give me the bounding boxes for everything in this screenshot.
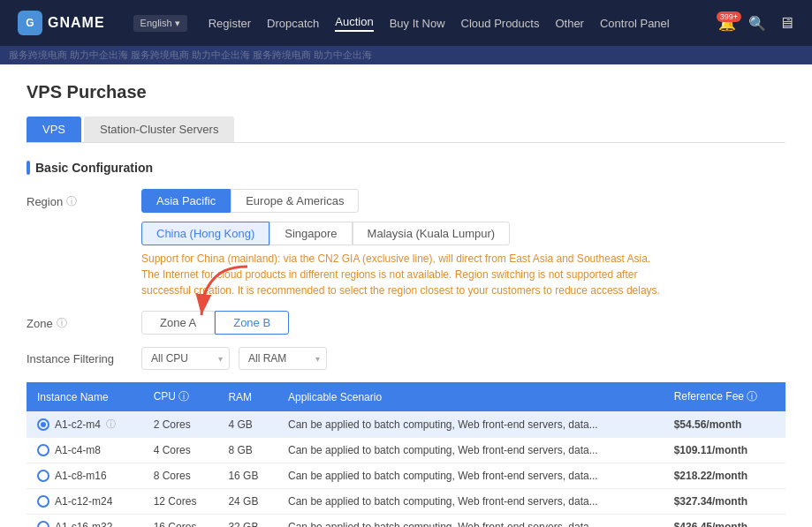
col-ram: RAM <box>217 382 277 411</box>
logo: G GNAME <box>18 11 105 35</box>
chevron-down-icon: ▾ <box>175 18 180 29</box>
zone-tabs-wrap: Zone A Zone B <box>141 311 289 335</box>
section-header: Basic Configuration <box>27 161 785 175</box>
page-title: VPS Purchase <box>27 82 785 102</box>
section-bar-icon <box>27 161 30 175</box>
cell-price: $436.45/month <box>664 515 785 528</box>
instance-table: Instance Name CPU ⓘ RAM Applicable Scena… <box>27 382 785 527</box>
basic-config-section: Basic Configuration Region ⓘ Asia Pacifi… <box>27 161 785 527</box>
cell-ram: 8 GB <box>217 438 277 463</box>
main-content: VPS Purchase VPS Station-Cluster Servers… <box>0 64 812 527</box>
notification-button[interactable]: 🔔 399+ <box>718 15 736 32</box>
logo-icon: G <box>18 11 42 35</box>
notification-badge: 399+ <box>717 11 741 22</box>
monitor-button[interactable]: 🖥 <box>778 14 794 33</box>
table-row[interactable]: A1-c8-m16 8 Cores 16 GB Can be applied t… <box>27 463 785 489</box>
cell-name: A1-c12-m24 <box>27 489 143 515</box>
nav-menu: Register Dropcatch Auction Buy It Now Cl… <box>209 15 697 32</box>
nav-item-dropcatch[interactable]: Dropcatch <box>267 17 319 30</box>
region-info-icon[interactable]: ⓘ <box>66 194 77 209</box>
page-tabs: VPS Station-Cluster Servers <box>27 117 785 143</box>
cell-price: $327.34/month <box>664 489 785 515</box>
table-row[interactable]: A1-c12-m24 12 Cores 24 GB Can be applied… <box>27 489 785 515</box>
sub-region-hongkong[interactable]: China (Hong Kong) <box>141 222 269 245</box>
language-selector[interactable]: English ▾ <box>133 15 187 32</box>
cell-ram: 32 GB <box>217 515 277 528</box>
radio-button[interactable] <box>37 495 49 508</box>
logo-text: GNAME <box>48 15 105 31</box>
cell-scenario: Can be applied to batch computing, Web f… <box>277 515 664 528</box>
cpu-filter[interactable]: All CPU <box>141 347 230 370</box>
cell-cpu: 8 Cores <box>143 463 218 489</box>
cell-price: $218.22/month <box>664 463 785 489</box>
nav-item-cloudproducts[interactable]: Cloud Products <box>461 17 540 30</box>
cell-ram: 16 GB <box>217 463 277 489</box>
table-row[interactable]: A1-c4-m8 4 Cores 8 GB Can be applied to … <box>27 438 785 463</box>
cell-scenario: Can be applied to batch computing, Web f… <box>277 411 664 438</box>
sub-region-malaysia[interactable]: Malaysia (Kuala Lumpur) <box>353 222 511 245</box>
tab-station-cluster[interactable]: Station-Cluster Servers <box>84 117 234 142</box>
filter-row: Instance Filtering All CPU ▾ All RAM ▾ <box>27 347 785 370</box>
cell-cpu: 16 Cores <box>143 515 218 528</box>
region-tabs: Asia Pacific Europe & Americas <box>141 189 672 213</box>
sub-region-singapore[interactable]: Singapore <box>269 222 352 245</box>
cell-scenario: Can be applied to batch computing, Web f… <box>277 438 664 463</box>
instance-table-wrap: Instance Name CPU ⓘ RAM Applicable Scena… <box>27 382 785 527</box>
radio-button[interactable] <box>37 418 49 431</box>
radio-button[interactable] <box>37 444 49 456</box>
zone-info-icon[interactable]: ⓘ <box>57 316 67 331</box>
notice-text: Support for China (mainland): via the CN… <box>141 251 672 298</box>
cell-name: A1-c2-m4 ⓘ <box>27 411 143 438</box>
region-europe-americas[interactable]: Europe & Americas <box>231 189 359 213</box>
col-instance-name: Instance Name <box>27 382 143 411</box>
cell-cpu: 2 Cores <box>143 411 218 438</box>
zone-b[interactable]: Zone B <box>215 311 289 335</box>
filter-label: Instance Filtering <box>27 347 133 365</box>
cell-price: $54.56/month <box>664 411 785 438</box>
filter-controls: All CPU ▾ All RAM ▾ <box>141 347 327 370</box>
cell-price: $109.11/month <box>664 438 785 463</box>
zone-a[interactable]: Zone A <box>141 311 215 335</box>
cell-name: A1-c4-m8 <box>27 438 143 463</box>
zone-row: Zone ⓘ Zone A Zone B <box>27 311 785 335</box>
table-row[interactable]: A1-c16-m32 16 Cores 32 GB Can be applied… <box>27 515 785 528</box>
region-label: Region ⓘ <box>27 189 133 209</box>
ram-filter[interactable]: All RAM <box>239 347 327 370</box>
col-price: Reference Fee ⓘ <box>664 382 785 411</box>
zone-tabs: Zone A Zone B <box>141 311 289 335</box>
header-actions: 🔔 399+ 🔍 🖥 <box>718 14 794 33</box>
table-header-row: Instance Name CPU ⓘ RAM Applicable Scena… <box>27 382 785 411</box>
nav-item-buyitnow[interactable]: Buy It Now <box>390 17 445 30</box>
header: G GNAME English ▾ Register Dropcatch Auc… <box>0 0 812 46</box>
cell-ram: 24 GB <box>217 489 277 515</box>
nav-item-auction[interactable]: Auction <box>335 15 373 32</box>
cell-scenario: Can be applied to batch computing, Web f… <box>277 463 664 489</box>
cell-name: A1-c8-m16 <box>27 463 143 489</box>
region-asia-pacific[interactable]: Asia Pacific <box>141 189 231 213</box>
cell-scenario: Can be applied to batch computing, Web f… <box>277 489 664 515</box>
radio-button[interactable] <box>37 470 49 482</box>
nav-item-controlpanel[interactable]: Control Panel <box>600 17 670 30</box>
watermark-bar: 服务跨境电商 助力中企出海 服务跨境电商 助力中企出海 服务跨境电商 助力中企出… <box>0 46 812 64</box>
cell-cpu: 12 Cores <box>143 489 218 515</box>
cell-name: A1-c16-m32 <box>27 515 143 528</box>
sub-region-tabs: China (Hong Kong) Singapore Malaysia (Ku… <box>141 222 672 245</box>
table-row[interactable]: A1-c2-m4 ⓘ 2 Cores 4 GB Can be applied t… <box>27 411 785 438</box>
sub-region-config: China (Hong Kong) Singapore Malaysia (Ku… <box>141 222 672 298</box>
cpu-filter-wrap: All CPU ▾ <box>141 347 230 370</box>
nav-item-register[interactable]: Register <box>209 17 251 30</box>
col-scenario: Applicable Scenario <box>277 382 664 411</box>
instance-info-icon[interactable]: ⓘ <box>106 418 116 431</box>
radio-button[interactable] <box>37 521 49 527</box>
col-cpu: CPU ⓘ <box>143 382 218 411</box>
cell-ram: 4 GB <box>217 411 277 438</box>
cell-cpu: 4 Cores <box>143 438 218 463</box>
ram-filter-wrap: All RAM ▾ <box>239 347 327 370</box>
region-row: Region ⓘ Asia Pacific Europe & Americas … <box>27 189 785 298</box>
search-button[interactable]: 🔍 <box>748 15 766 32</box>
zone-label: Zone ⓘ <box>27 311 133 331</box>
nav-item-other[interactable]: Other <box>555 17 584 30</box>
tab-vps[interactable]: VPS <box>27 117 81 142</box>
